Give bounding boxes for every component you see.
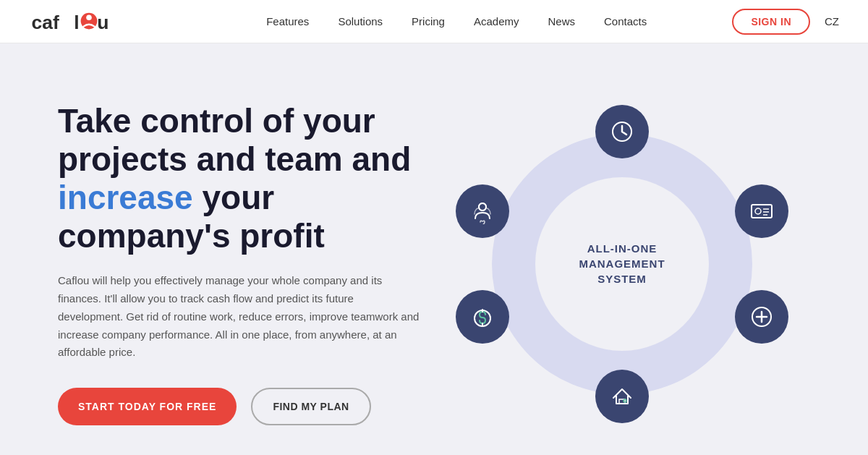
find-plan-button[interactable]: FIND MY PLAN — [251, 388, 370, 425]
hero-title-highlight: increase — [58, 179, 193, 216]
svg-point-20 — [479, 203, 486, 211]
nav-academy[interactable]: Academy — [474, 15, 519, 27]
hero-description: Caflou will help you effectively manage … — [58, 272, 420, 362]
hero-title-part1: Take control of your projects and team a… — [58, 102, 411, 178]
svg-point-3 — [86, 14, 92, 20]
diagram-container: ALL-IN-ONEMANAGEMENTSYSTEM — [441, 98, 803, 430]
svg-text:u: u — [97, 12, 109, 33]
hero-title: Take control of your projects and team a… — [58, 102, 434, 255]
nav-news[interactable]: News — [548, 15, 575, 27]
hero-section: Take control of your projects and team a… — [0, 43, 868, 455]
diagram-icon-team — [456, 184, 509, 238]
hero-content: Take control of your projects and team a… — [58, 102, 434, 425]
nav-pricing[interactable]: Pricing — [412, 15, 445, 27]
diagram-icon-time — [595, 105, 649, 158]
diagram-ring-inner: ALL-IN-ONEMANAGEMENTSYSTEM — [535, 177, 709, 351]
nav-solutions[interactable]: Solutions — [338, 15, 383, 27]
svg-point-7 — [755, 208, 761, 214]
nav-contacts[interactable]: Contacts — [604, 15, 647, 27]
language-switcher[interactable]: CZ — [825, 15, 839, 27]
svg-rect-6 — [752, 205, 772, 218]
signin-button[interactable]: SIGN IN — [732, 9, 810, 35]
diagram-icon-id — [735, 184, 788, 238]
diagram-icon-plus — [735, 290, 788, 344]
diagram-icon-money — [456, 290, 509, 344]
nav-features[interactable]: Features — [266, 15, 309, 27]
hero-diagram: ALL-IN-ONEMANAGEMENTSYSTEM — [434, 98, 810, 430]
start-free-button[interactable]: START TODAY FOR FREE — [58, 388, 237, 425]
diagram-icon-home — [595, 370, 649, 423]
logo[interactable]: caf l u — [29, 9, 123, 35]
nav-right: SIGN IN CZ — [732, 9, 839, 35]
nav-links: Features Solutions Pricing Academy News … — [181, 15, 732, 27]
navbar: caf l u Features Solutions Pricing Acade… — [0, 0, 868, 43]
diagram-center-text: ALL-IN-ONEMANAGEMENTSYSTEM — [579, 241, 665, 286]
hero-buttons: START TODAY FOR FREE FIND MY PLAN — [58, 388, 434, 425]
svg-text:l: l — [74, 12, 79, 33]
svg-text:caf: caf — [31, 12, 59, 33]
